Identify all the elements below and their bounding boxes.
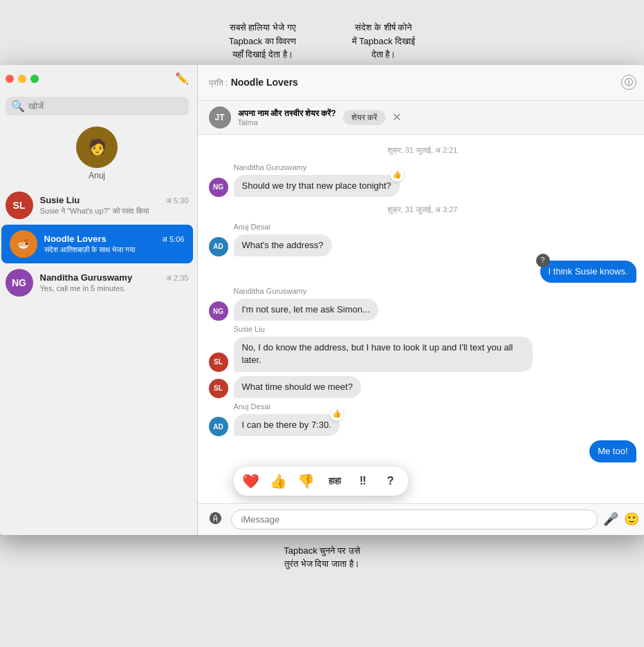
- close-button[interactable]: [6, 75, 14, 83]
- bubble-m8: Me too!: [589, 440, 636, 462]
- bottom-annotation-row: Tapback चुनने पर उसे तुरंत भेज दिया जाता…: [0, 538, 644, 571]
- emoji-button[interactable]: 🙂: [624, 512, 639, 527]
- bubble-m1: Should we try that new place tonight? 👍: [234, 175, 400, 197]
- share-avatar: JT: [209, 106, 231, 129]
- messages-area: शुक्र, 31 जुलाई, अ 2:21 NG Nanditha Guru…: [198, 135, 645, 503]
- sidebar: ✏️ 🔍 🧑 Anuj SL Susie: [0, 65, 198, 535]
- search-input[interactable]: [28, 101, 183, 111]
- avatar-name: Anuj: [89, 171, 105, 180]
- traffic-lights: [6, 75, 39, 83]
- sidebar-titlebar: ✏️: [0, 65, 197, 93]
- chat-title: Noodle Lovers: [231, 77, 298, 88]
- search-icon: 🔍: [11, 100, 25, 113]
- chat-input-bar: 🅐 🎤 🙂: [198, 503, 645, 535]
- msg-row-m2: AD Anuj Desai What's the address?: [209, 223, 636, 256]
- sender-name-m7: Anuj Desai: [234, 402, 340, 411]
- avatar: 🧑: [76, 126, 118, 168]
- tapback-heart[interactable]: ❤️: [241, 471, 261, 491]
- sender-name-m4: Nanditha Guruswamy: [234, 287, 378, 295]
- bubble-m5: No, I do know the address, but I have to…: [234, 337, 533, 371]
- annotation-top-right: संदेश के शीर्ष कोने में Tapback दिखाई दे…: [352, 21, 416, 62]
- msg-row-m1: NG Nanditha Guruswamy Should we try that…: [209, 163, 636, 197]
- tapback-menu: ❤️ 👍 👎 हाहा ‼ ?: [234, 467, 408, 496]
- msg-row-m4: NG Nanditha Guruswamy I'm not sure, let …: [209, 287, 636, 321]
- bubble-m7: I can be there by 7:30. 👍: [234, 414, 340, 436]
- bubble-m3: I think Susie knows. ?: [540, 261, 636, 283]
- share-banner: JT अपना नाम और तस्वीर शेयर करें? Talma श…: [198, 101, 645, 135]
- conv-name-susie: Susie Liu: [40, 195, 80, 205]
- conv-name-noodle: Noodle Lovers: [44, 234, 107, 244]
- chat-header: प्रति : Noodle Lovers ⓘ: [198, 65, 645, 101]
- share-close-button[interactable]: ✕: [392, 111, 401, 124]
- conv-avatar-nanditha: NG: [6, 269, 33, 297]
- bubble-m4: I'm not sure, let me ask Simon...: [234, 299, 378, 321]
- msg-avatar-ng-m4: NG: [209, 301, 228, 321]
- share-banner-sender: Talma: [238, 118, 336, 126]
- tapback-question[interactable]: ?: [380, 471, 401, 491]
- msg-avatar-sl: SL: [209, 353, 228, 372]
- audio-button[interactable]: 🎤: [603, 512, 618, 527]
- annotation-top-left: सबसे हालिया भेजे गए Tapback का विवरण यहा…: [229, 21, 297, 62]
- msg-avatar-ad-m7: AD: [209, 417, 228, 436]
- conv-item-susie[interactable]: SL Susie Liu अ 5:30 Susie ने "What's up?…: [0, 186, 197, 225]
- fullscreen-button[interactable]: [30, 75, 39, 83]
- info-button[interactable]: ⓘ: [621, 75, 636, 90]
- tapback-badge-m3: ?: [536, 254, 550, 268]
- share-banner-text: अपना नाम और तस्वीर शेयर करें?: [238, 109, 336, 118]
- apps-button[interactable]: 🅐: [206, 509, 226, 529]
- conv-item-noodle[interactable]: 🍜 Noodle Lovers अ 5:06 संदेश आतिशबाज़ी क…: [1, 225, 193, 263]
- search-bar: 🔍: [0, 93, 197, 120]
- time-label-1: शुक्र, 31 जुलाई, अ 2:21: [209, 146, 636, 155]
- message-input[interactable]: [231, 509, 598, 529]
- msg-row-m8: Me too!: [209, 440, 636, 462]
- conv-name-nanditha: Nanditha Guruswamy: [40, 272, 133, 283]
- msg-avatar-ad: AD: [209, 237, 228, 256]
- sender-name-m2: Anuj Desai: [234, 223, 332, 231]
- annotation-bottom: Tapback चुनने पर उसे तुरंत भेज दिया जाता…: [284, 544, 360, 571]
- conv-time-noodle: अ 5:06: [162, 235, 184, 244]
- tapback-haha[interactable]: हाहा: [324, 471, 346, 491]
- search-input-wrap: 🔍: [6, 97, 189, 115]
- tapback-exclamation[interactable]: ‼: [353, 471, 374, 491]
- tapback-badge-m7: 👍: [330, 407, 344, 421]
- tapback-badge-m1: 👍: [390, 168, 404, 182]
- outer-wrapper: सबसे हालिया भेजे गए Tapback का विवरण यहा…: [0, 14, 644, 571]
- msg-avatar-sl-m6: SL: [209, 379, 228, 398]
- contact-avatar-area: 🧑 Anuj: [0, 120, 197, 186]
- tapback-thumbsdown[interactable]: 👎: [296, 471, 317, 491]
- sender-name-m5: Susie Liu: [234, 325, 533, 333]
- conv-item-nanditha[interactable]: NG Nanditha Guruswamy अ 2:35 Yes, call m…: [0, 263, 197, 302]
- msg-row-m6: SL What time should we meet?: [209, 376, 636, 398]
- chat-header-prefix: प्रति :: [209, 78, 228, 88]
- conv-avatar-noodle: 🍜: [10, 230, 37, 258]
- top-annotations-row: सबसे हालिया भेजे गए Tapback का विवरण यहा…: [0, 14, 644, 62]
- compose-button[interactable]: ✏️: [175, 72, 189, 85]
- conv-time-nanditha: अ 2:35: [166, 274, 188, 283]
- time-label-2: शुक्र, 31 जुलाई, अ 3:27: [209, 205, 636, 214]
- conv-preview-nanditha: Yes, call me in 5 minutes.: [40, 284, 189, 292]
- bubble-m6: What time should we meet?: [234, 376, 361, 398]
- sender-name-m1: Nanditha Guruswamy: [234, 163, 400, 171]
- minimize-button[interactable]: [18, 75, 26, 83]
- conv-preview-susie: Susie ने "What's up?" को पसंद किया: [40, 207, 189, 216]
- conv-preview-noodle: संदेश आतिशबाज़ी के साथ भेजा गया: [44, 245, 185, 254]
- tapback-thumbsup[interactable]: 👍: [268, 471, 289, 491]
- conversation-list: SL Susie Liu अ 5:30 Susie ने "What's up?…: [0, 186, 197, 535]
- bubble-m2: What's the address?: [234, 234, 332, 256]
- msg-row-m7: AD Anuj Desai I can be there by 7:30. 👍: [209, 402, 636, 436]
- share-button[interactable]: शेयर करें: [343, 110, 385, 125]
- conv-time-susie: अ 5:30: [166, 196, 188, 205]
- chat-area: प्रति : Noodle Lovers ⓘ JT अपना नाम और त…: [198, 65, 645, 535]
- msg-row-m3: I think Susie knows. ?: [209, 261, 636, 283]
- conv-avatar-susie: SL: [6, 191, 33, 219]
- app-window: ✏️ 🔍 🧑 Anuj SL Susie: [0, 65, 644, 535]
- msg-avatar-ng: NG: [209, 178, 228, 197]
- msg-row-m5: SL Susie Liu No, I do know the address, …: [209, 325, 636, 371]
